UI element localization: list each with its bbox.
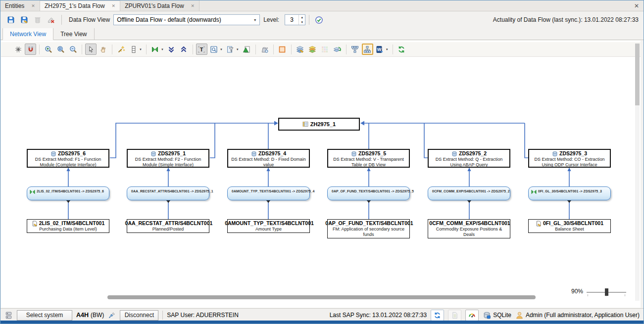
layout-direction-button[interactable] (128, 44, 139, 55)
layers-button[interactable] (307, 44, 318, 55)
filter-scope-button[interactable] (241, 44, 252, 55)
tab-tree-view[interactable]: Tree View (53, 28, 94, 40)
flow-downwards-button[interactable] (362, 44, 373, 55)
source-datasource-node[interactable]: 0FI_GL_30/S4BCLNT001 Balance Sheet (528, 219, 611, 233)
chevron-down-icon[interactable]: ▼ (386, 48, 389, 51)
source-datasource-node[interactable]: 0AA_RECSTAT_ATTR/S4BCLNT001 Planned/Post… (127, 219, 209, 233)
refresh-button[interactable] (396, 44, 407, 55)
tree-down-icon (363, 46, 371, 53)
source-datasource-node[interactable]: 0AP_OF_FUND_TEXT/S4BCLNT001 FM: Applicat… (327, 219, 410, 238)
level-value: 3 (285, 15, 298, 25)
transformation-node[interactable]: 0CFM_COMM_EXP/S4BCLNT001 -> ZDS2975_2 (428, 186, 510, 200)
sync-button[interactable] (431, 310, 444, 321)
select-tool-button[interactable] (85, 44, 97, 55)
chevron-down-icon[interactable]: ▼ (161, 48, 164, 51)
vertical-scrollbar-track[interactable] (635, 44, 640, 301)
database-icon (351, 151, 357, 157)
auto-layout-button[interactable] (115, 44, 127, 55)
status-separator (162, 311, 163, 320)
chevron-down-icon[interactable]: ▼ (236, 48, 239, 51)
system-id: A4H (76, 312, 89, 319)
datasource-node[interactable]: ZDS2975_1 DS Extract Method: F2 - Functi… (127, 149, 209, 168)
window-close-icon[interactable]: ✕ (634, 2, 639, 9)
user-text[interactable]: Admin (Full administrator, Application U… (526, 312, 640, 319)
tab-network-view[interactable]: Network View (2, 28, 53, 40)
transformation-node[interactable]: 0AA_RECSTAT_ATTR/S4BCLNT001 -> ZDS2975_1 (127, 186, 209, 200)
show-transformations-button[interactable] (149, 44, 161, 55)
source-datasource-node[interactable]: 2LIS_02_ITM/S4BCLNT001 Purchasing Data (… (27, 219, 109, 233)
tab-close-icon[interactable]: ✕ (31, 3, 35, 8)
spinner-down-icon[interactable]: ▼ (299, 20, 305, 25)
transformation-node[interactable]: 0AP_OF_FUND_TEXT/S4BCLNT001 -> ZDS2975_5 (327, 186, 410, 200)
tab-entities[interactable]: Entities ✕ (0, 0, 40, 11)
datasource-node[interactable]: ZDS2975_5 DS Extract Method: V - Transpa… (327, 149, 410, 168)
source-datasource-node[interactable]: 0AMOUNT_TYP_TEXT/S4BCLNT001 Amount Type (227, 219, 310, 233)
layers-refresh-icon (333, 46, 341, 53)
expand-all-button[interactable] (178, 44, 190, 55)
flow-upwards-button[interactable] (349, 44, 361, 55)
transformation-node[interactable]: 0AMOUNT_TYP_TEXT/S4BCLNT001 -> ZDS2975_4 (227, 186, 310, 200)
chevron-down-icon[interactable]: ▼ (139, 48, 142, 51)
refresh-layers-button[interactable] (332, 44, 343, 55)
tab-close-icon[interactable]: ✕ (112, 3, 116, 8)
node-title: ZDS2975_6 (58, 150, 86, 157)
window-bottom-strip (0, 321, 644, 324)
edit-layers-button[interactable] (295, 44, 306, 55)
apply-level-button[interactable] (313, 14, 325, 26)
node-title: 0AMOUNT_TYP_TEXT/S4BCLNT001 (225, 220, 314, 227)
search-icon (210, 46, 218, 53)
tab-close-icon[interactable]: ✕ (191, 3, 195, 8)
magnet-snap-button[interactable] (25, 44, 36, 55)
trash-icon (34, 16, 42, 24)
transformation-node[interactable]: 0FI_GL_30/S4BCLNT001 -> ZDS2975_3 (528, 186, 611, 200)
transformation-label: 0AMOUNT_TYP_TEXT/S4BCLNT001 -> ZDS2975_4 (232, 189, 314, 193)
tab-zh2975-1-data-flow[interactable]: ZH2975_1's Data Flow ✕ (40, 0, 120, 11)
user-icon (515, 311, 524, 320)
filter-button[interactable] (225, 44, 236, 55)
transformation-node[interactable]: 2LIS_02_ITM/S4BCLNT001 -> ZDS2975_6 (27, 186, 109, 200)
datasource-node[interactable]: ZDS2975_4 DS Extract Method: D - Fixed D… (227, 149, 310, 168)
zoom-out-button[interactable] (67, 44, 79, 55)
node-title: ZDS2975_3 (559, 150, 587, 157)
node-description: DS Extract Method: D - Fixed Domain valu… (230, 157, 307, 168)
performance-button[interactable] (465, 310, 479, 321)
green-filter-icon (243, 46, 250, 53)
zoom-fit-icon (57, 46, 65, 53)
zoom-fit-button[interactable] (55, 44, 66, 55)
search-button[interactable] (208, 44, 220, 55)
collapse-all-button[interactable] (166, 44, 177, 55)
grid-snap-button[interactable] (12, 44, 24, 55)
pan-tool-button[interactable] (98, 44, 109, 55)
zoom-in-button[interactable] (43, 44, 54, 55)
level-stepper[interactable]: 3 ▲ ▼ (285, 14, 305, 25)
word-export-button[interactable]: W (374, 44, 386, 55)
node-title: ZH2975_1 (310, 121, 336, 127)
svg-text:T: T (200, 46, 203, 52)
zoom-slider-handle[interactable] (605, 288, 608, 296)
datasource-node[interactable]: ZDS2975_3 DS Extract Method: CO - Extrac… (528, 149, 611, 168)
disconnect-button[interactable]: Disconnect (120, 310, 158, 321)
chevron-down-icon[interactable]: ▼ (220, 48, 223, 51)
vertical-scrollbar-thumb[interactable] (635, 44, 640, 105)
sap-user-text: SAP User: ADUERRSTEIN (167, 312, 238, 319)
save-as-button[interactable] (18, 14, 30, 26)
infosource-node-root[interactable]: ZH2975_1 (278, 118, 360, 131)
source-datasource-node[interactable]: 0CFM_COMM_EXP/S4BCLNT001 Commodity Expos… (428, 219, 510, 238)
spinner-up-icon[interactable]: ▲ (299, 15, 305, 20)
datasource-node[interactable]: ZDS2975_6 DS Extract Method: F1 - Functi… (27, 149, 109, 168)
tab-zpurv01-data-flow[interactable]: ZPURV01's Data Flow ✕ (120, 0, 199, 11)
data-flow-view-select[interactable]: Offline Data Flow - default (downwards) … (113, 14, 260, 25)
select-system-button[interactable]: Select system (17, 310, 72, 321)
table-icon (302, 121, 308, 127)
node-title: ZDS2975_4 (258, 150, 286, 157)
connector-lines (1, 41, 641, 308)
tab-label: ZH2975_1's Data Flow (45, 2, 105, 9)
discard-button[interactable] (45, 14, 57, 26)
frame-color-button[interactable] (277, 44, 288, 55)
show-text-button[interactable]: T (196, 44, 207, 55)
data-preview-button[interactable] (259, 44, 270, 55)
datasource-node[interactable]: ZDS2975_2 DS Extract Method: Q - Extract… (428, 149, 510, 168)
save-button[interactable] (4, 14, 17, 26)
horizontal-scrollbar[interactable] (107, 295, 536, 299)
chevron-down-icon[interactable]: ▼ (250, 18, 259, 22)
